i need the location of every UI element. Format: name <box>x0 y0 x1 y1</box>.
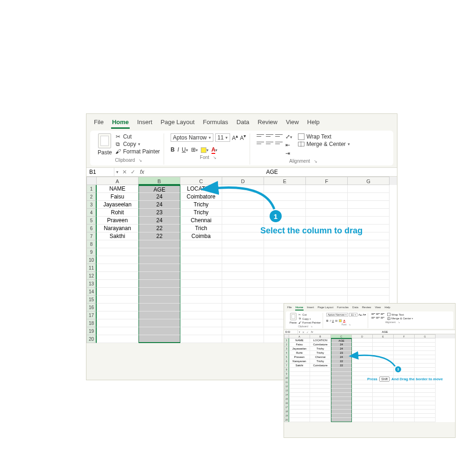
cell[interactable]: 24 <box>139 193 180 201</box>
cell[interactable]: Trichy <box>310 359 331 364</box>
cell[interactable] <box>289 372 310 376</box>
decrease-indent-icon[interactable]: ⇤ <box>285 142 292 148</box>
cell[interactable] <box>415 351 436 355</box>
cell[interactable]: Coimbatore <box>310 343 331 347</box>
cell[interactable] <box>331 418 352 422</box>
enter-formula-icon[interactable]: ✓ <box>305 331 310 334</box>
cell[interactable] <box>310 410 331 414</box>
wrap-text-button[interactable]: Wrap Text <box>387 313 413 316</box>
decrease-font-icon[interactable]: A▾ <box>240 133 246 142</box>
cell[interactable] <box>306 209 348 217</box>
cell[interactable] <box>373 414 394 418</box>
cell[interactable]: Faisu <box>97 193 139 201</box>
cell[interactable] <box>331 368 352 372</box>
cell[interactable] <box>180 280 222 288</box>
cell[interactable] <box>348 256 390 264</box>
cell[interactable] <box>180 272 222 280</box>
cell[interactable] <box>352 410 373 414</box>
cell[interactable]: Trich <box>180 225 222 232</box>
cell[interactable] <box>352 393 373 397</box>
cell[interactable] <box>289 405 310 410</box>
row-header[interactable]: 17 <box>284 405 289 410</box>
cell[interactable] <box>97 304 139 311</box>
cell[interactable] <box>139 304 180 311</box>
cell[interactable] <box>180 264 222 272</box>
cell[interactable] <box>394 372 415 376</box>
row-header[interactable]: 8 <box>86 240 97 248</box>
bold-button[interactable]: B <box>171 146 175 153</box>
cell[interactable] <box>415 355 436 359</box>
orientation-button[interactable]: ⤢▾ <box>285 133 292 140</box>
row-header[interactable]: 20 <box>86 335 97 343</box>
name-box[interactable] <box>86 168 114 176</box>
cell[interactable] <box>139 319 180 327</box>
cell[interactable] <box>394 405 415 410</box>
cell[interactable] <box>222 217 264 225</box>
cell[interactable] <box>348 280 390 288</box>
font-name-select[interactable]: Aptos Narrow▾ <box>171 133 213 142</box>
tab-file[interactable]: File <box>93 117 105 129</box>
select-all-corner[interactable] <box>284 334 289 338</box>
cell[interactable] <box>180 248 222 256</box>
cell[interactable] <box>180 335 222 343</box>
tab-view[interactable]: View <box>374 305 381 311</box>
cell[interactable] <box>97 272 139 280</box>
underline-button[interactable]: U <box>332 319 334 322</box>
cell[interactable] <box>222 311 264 319</box>
cell[interactable] <box>310 380 331 384</box>
cell[interactable] <box>348 209 390 217</box>
cell[interactable]: LOCATION <box>310 338 331 343</box>
cell[interactable] <box>310 368 331 372</box>
paste-button[interactable]: Paste <box>290 313 297 324</box>
cell[interactable]: Trichy <box>310 351 331 355</box>
cell[interactable] <box>310 393 331 397</box>
cell[interactable]: AGE <box>331 338 352 343</box>
align-middle-icon[interactable] <box>266 133 273 139</box>
cell[interactable] <box>331 410 352 414</box>
cell[interactable] <box>180 319 222 327</box>
font-size-select[interactable]: 11▾ <box>215 133 230 142</box>
cell[interactable] <box>352 401 373 405</box>
cell[interactable] <box>310 418 331 422</box>
row-header[interactable]: 19 <box>284 414 289 418</box>
row-header[interactable]: 10 <box>284 376 289 380</box>
cell[interactable] <box>394 347 415 351</box>
cell[interactable] <box>180 240 222 248</box>
cell[interactable]: Jayaseelan <box>97 201 139 209</box>
cancel-formula-icon[interactable]: ✕ <box>120 169 129 175</box>
row-header[interactable]: 6 <box>86 225 97 232</box>
cell[interactable] <box>348 288 390 296</box>
column-header[interactable]: B <box>139 177 180 185</box>
cell[interactable] <box>306 185 348 193</box>
cell[interactable] <box>352 405 373 410</box>
cell[interactable] <box>139 248 180 256</box>
cell[interactable] <box>331 401 352 405</box>
row-header[interactable]: 9 <box>284 372 289 376</box>
cell[interactable] <box>180 256 222 264</box>
cell[interactable] <box>331 393 352 397</box>
row-header[interactable]: 5 <box>86 217 97 225</box>
cell[interactable] <box>310 389 331 393</box>
cell[interactable] <box>264 280 306 288</box>
cell[interactable]: 22 <box>139 232 180 240</box>
cell[interactable] <box>139 335 180 343</box>
cell[interactable] <box>97 327 139 335</box>
row-header[interactable]: 3 <box>86 201 97 209</box>
align-left-icon[interactable] <box>257 141 264 146</box>
cell[interactable] <box>331 405 352 410</box>
cell[interactable] <box>394 389 415 393</box>
cell[interactable] <box>139 327 180 335</box>
row-header[interactable]: 15 <box>86 296 97 304</box>
cell[interactable] <box>373 384 394 389</box>
cell[interactable] <box>348 185 390 193</box>
cell[interactable] <box>352 414 373 418</box>
cell[interactable] <box>394 397 415 401</box>
column-header[interactable]: F <box>306 177 348 185</box>
cell[interactable] <box>331 376 352 380</box>
cell[interactable] <box>180 304 222 311</box>
tab-review[interactable]: Review <box>362 305 372 311</box>
cell[interactable] <box>310 376 331 380</box>
fill-color-button[interactable] <box>339 319 342 322</box>
cell[interactable] <box>180 288 222 296</box>
cell[interactable] <box>394 418 415 422</box>
